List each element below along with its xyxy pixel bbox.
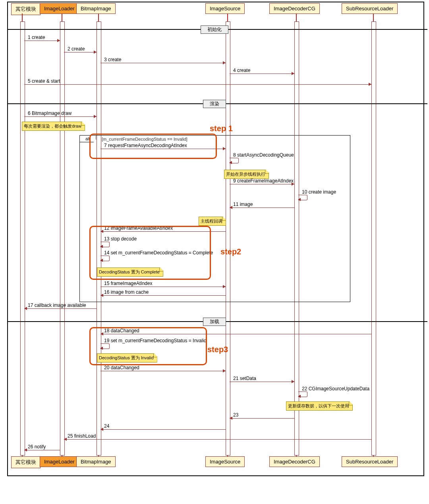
msg-6-label: 6 BitmapImage draw [28,110,72,116]
participant-ImageDecoderCG-bottom: ImageDecoderCG [269,456,320,467]
msg-25 [64,439,371,440]
msg-5-arrow [369,83,371,86]
step-label-1: step 1 [210,124,233,133]
msg-23 [230,418,294,419]
msg-17-arrow [24,307,27,310]
msg-6 [24,116,97,117]
participant-ImageSource-bottom: ImageSource [205,456,245,467]
step-label-2: step2 [220,247,241,256]
msg-20 [100,371,226,371]
divider-label: 渲染 [203,100,226,108]
participant-ImageLoader: ImageLoader [40,3,79,14]
msg-26-arrow [24,448,27,452]
msg-21-label: 21 setData [233,376,256,381]
activation-SubResourceLoader [371,21,376,456]
participant-ImageLoader-bottom: ImageLoader [40,456,79,467]
msg-4-label: 4 create [233,68,250,73]
msg-24 [100,429,226,430]
activation-其它模块 [20,21,25,456]
step-box-3 [89,327,207,365]
participant-SubResourceLoader-bottom: SubResourceLoader [342,456,398,467]
note-async: 开始在异步线程执行 [224,170,269,179]
divider-label: 加载 [203,318,226,326]
msg-1-label: 1 create [28,35,45,40]
msg-4-arrow [292,72,294,75]
msg-20-label: 20 dataChanged [104,365,139,370]
msg-26 [24,450,60,450]
msg-21 [230,382,294,382]
note-draw: 每次需要渲染，都会触发draw [22,122,85,131]
participant-其它模块-bottom: 其它模块 [11,456,41,468]
msg-25-label: 25 finishLoad [68,433,96,439]
activation-ImageLoader [60,21,65,456]
msg-4 [230,74,294,74]
msg-23-label: 23 [233,412,238,418]
note-mainthread: 主线程回调 [199,217,226,226]
msg-26-label: 26 notify [28,444,46,450]
step-label-3: step3 [207,345,228,354]
step-box-1 [89,134,217,159]
msg-22-arrow [298,395,301,398]
msg-22-label: 22 CGImageSourceUpdateData [302,386,369,392]
step-box-2 [89,226,211,280]
participant-其它模块: 其它模块 [11,3,41,15]
msg-3-label: 3 create [104,57,121,62]
msg-24-arrow [100,428,103,431]
msg-1-arrow [57,39,60,42]
msg-3-arrow [223,61,226,64]
msg-21-arrow [292,380,294,383]
msg-20-arrow [223,369,226,372]
msg-17 [24,308,97,309]
msg-2-arrow [94,50,97,54]
msg-2-label: 2 create [68,46,85,52]
participant-ImageSource: ImageSource [205,3,245,14]
msg-5 [24,84,371,85]
participant-SubResourceLoader: SubResourceLoader [342,3,398,14]
participant-BitmapImage-bottom: BitmapImage [76,456,116,467]
msg-2 [64,52,97,52]
msg-3 [100,63,226,63]
msg-24-label: 24 [104,423,109,429]
msg-23-arrow [230,417,232,420]
msg-1 [24,41,60,41]
msg-5-label: 5 create & start [28,78,60,84]
participant-ImageDecoderCG: ImageDecoderCG [269,3,320,14]
participant-BitmapImage: BitmapImage [76,3,116,14]
divider-label: 初始化 [201,25,228,34]
msg-17-label: 17 callback image available [28,302,86,308]
msg-6-arrow [94,115,97,118]
msg-25-arrow [64,438,67,441]
note-update: 更新缓存数据，以供下一次使用 [286,401,353,411]
